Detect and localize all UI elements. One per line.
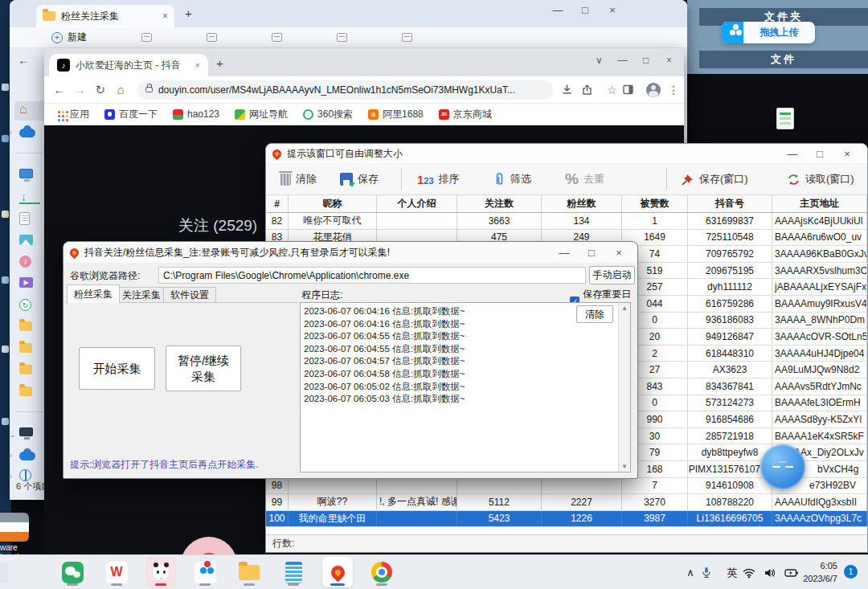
sidebar-item-recycle-bin[interactable]: ↻ xyxy=(19,299,40,315)
save-window-button[interactable]: 保存(窗口) xyxy=(681,163,748,195)
column-header[interactable]: 粉丝数 xyxy=(542,195,622,212)
delete-icon[interactable] xyxy=(402,33,412,42)
tab-fan-collect[interactable]: 粉丝采集 xyxy=(67,284,120,303)
sidebar-item-folder[interactable] xyxy=(19,365,40,381)
chevron-right-icon[interactable]: › xyxy=(10,472,19,481)
tray-chevron-up-icon[interactable]: ∧ xyxy=(680,567,701,579)
load-window-button[interactable]: 读取(窗口) xyxy=(787,163,854,195)
minimize-icon[interactable]: — xyxy=(779,148,806,160)
sidebar-item-pictures[interactable] xyxy=(19,235,40,251)
clear-log-button[interactable]: 清除 xyxy=(576,305,613,323)
close-icon[interactable]: × xyxy=(605,247,633,259)
manual-start-button[interactable]: 手动启动 xyxy=(589,266,635,284)
scroll-down-icon[interactable]: ▼ xyxy=(619,463,630,470)
sidebar-item-folder[interactable] xyxy=(19,321,40,337)
taskbar-wps[interactable] xyxy=(101,557,132,587)
bookmark-baidu[interactable]: 百度一下 xyxy=(104,108,158,121)
sidebar-item-onedrive-2[interactable] xyxy=(19,448,40,464)
column-header[interactable]: 关注数 xyxy=(457,195,542,212)
microphone-icon[interactable] xyxy=(701,567,722,579)
maximize-icon[interactable]: □ xyxy=(806,148,833,160)
taskbar-widget-sliver[interactable] xyxy=(0,562,8,583)
minimize-icon[interactable]: — xyxy=(551,247,578,259)
clear-button[interactable]: 清除 xyxy=(280,163,317,195)
sidebar-item-folder[interactable] xyxy=(19,343,40,359)
tab-follow-collect[interactable]: 关注采集 xyxy=(115,287,168,303)
explorer-tab[interactable]: 粉丝关注采集 × xyxy=(36,5,174,27)
column-header[interactable]: 被赞数 xyxy=(622,195,688,212)
taskbar-file-explorer[interactable] xyxy=(234,557,264,587)
start-collect-button[interactable]: 开始采集 xyxy=(79,347,155,390)
tab-search-icon[interactable]: ∨ xyxy=(588,55,611,66)
reload-icon[interactable]: ↻ xyxy=(90,83,110,97)
table-row[interactable]: 82唯你不可取代36631341631699837AAAAjsKc4BjUUki… xyxy=(266,213,867,230)
sidebar-item-downloads[interactable]: ↓ xyxy=(19,191,40,207)
sidebar-item-documents[interactable] xyxy=(19,212,40,228)
tab-close-icon[interactable]: × xyxy=(195,60,200,70)
bookmark-jd-mall[interactable]: 京东商城 xyxy=(439,108,492,121)
bookmark-star-icon[interactable]: ☆ xyxy=(602,84,622,96)
netdisk-upload-pill[interactable]: 拖拽上传 xyxy=(722,22,815,43)
browser-path-input[interactable]: C:\Program Files\Google\Chrome\Applicati… xyxy=(158,267,586,284)
taskbar-chrome[interactable] xyxy=(366,557,397,587)
taskbar-wechat[interactable] xyxy=(57,557,88,587)
table-row[interactable]: 99啊波??!, 多一点真诚! 感谢511222273270108788220A… xyxy=(266,494,867,511)
user-avatar[interactable] xyxy=(181,537,237,554)
pause-resume-button[interactable]: 暂停/继续采集 xyxy=(166,346,241,391)
log-scrollbar[interactable]: ▲ ▼ xyxy=(618,303,630,472)
floating-assistant-widget[interactable] xyxy=(760,444,805,489)
new-button[interactable]: + 新建 xyxy=(51,31,87,44)
taskbar-panda-app[interactable] xyxy=(145,557,176,587)
close-icon[interactable]: × xyxy=(599,4,626,16)
cut-icon[interactable] xyxy=(141,33,152,42)
ime-indicator[interactable]: 英 xyxy=(722,566,743,580)
tab-settings[interactable]: 软件设置 xyxy=(163,287,216,303)
address-bar[interactable]: douyin.com/user/MS4wLjABAAAAyvN_LMEOnliw… xyxy=(137,80,553,100)
explorer-new-tab-icon[interactable]: + xyxy=(185,6,192,20)
share-icon[interactable] xyxy=(581,84,601,96)
taskbar-notes-app[interactable] xyxy=(278,557,309,587)
column-header[interactable]: 个人介绍 xyxy=(377,195,457,212)
maximize-icon[interactable]: □ xyxy=(578,247,605,259)
minimize-icon[interactable]: — xyxy=(544,4,571,16)
back-icon[interactable]: ← xyxy=(49,83,69,96)
save-button[interactable]: 保存 xyxy=(340,163,379,195)
chrome-new-tab-icon[interactable]: + xyxy=(216,56,223,70)
maximize-icon[interactable]: □ xyxy=(634,55,657,66)
taskbar-flame-app[interactable] xyxy=(322,557,353,587)
tab-close-icon[interactable]: × xyxy=(162,10,168,22)
desktop-file-icon[interactable] xyxy=(776,108,794,129)
sidebar-item-folder[interactable] xyxy=(19,387,40,403)
close-icon[interactable]: × xyxy=(833,148,861,160)
paste-icon[interactable] xyxy=(272,33,282,42)
filter-button[interactable]: 筛选 xyxy=(493,163,531,195)
column-header[interactable]: 昵称 xyxy=(289,195,377,212)
back-icon[interactable]: ← xyxy=(18,53,30,67)
chevron-right-icon[interactable]: › xyxy=(10,452,19,460)
table-row[interactable]: 100我的命里缺个田542312263987Li136166967053AAAA… xyxy=(266,511,867,528)
sidebar-item-videos[interactable]: ▶ xyxy=(19,277,40,293)
sort-button[interactable]: 123 排序 xyxy=(417,163,460,195)
notification-badge[interactable]: 1 xyxy=(844,565,858,579)
side-panel-icon[interactable] xyxy=(622,84,642,96)
taskbar-baidu-netdisk[interactable] xyxy=(190,557,220,587)
forward-icon[interactable]: → xyxy=(69,83,89,96)
close-icon[interactable]: × xyxy=(657,55,681,66)
scroll-up-icon[interactable]: ▲ xyxy=(619,305,630,312)
taskbar-clock[interactable]: 6:05 2023/6/7 xyxy=(800,559,837,585)
chevron-down-icon[interactable]: ⌄ xyxy=(10,431,19,439)
maximize-icon[interactable]: □ xyxy=(571,4,599,16)
column-header[interactable]: 主页地址 xyxy=(772,195,867,212)
sidebar-item-home[interactable]: ⌂ xyxy=(19,103,40,119)
dedupe-button[interactable]: % 去重 xyxy=(565,163,604,195)
chevron-right-icon[interactable]: › xyxy=(10,129,19,137)
download-icon[interactable] xyxy=(561,84,581,96)
column-header[interactable]: # xyxy=(266,195,289,212)
bookmark-360-search[interactable]: 360搜索 xyxy=(303,108,353,121)
column-header[interactable]: 抖音号 xyxy=(688,195,772,212)
netdisk-file-dropzone[interactable]: 文件 xyxy=(699,51,868,68)
sidebar-item-onedrive[interactable] xyxy=(19,125,40,141)
home-icon[interactable]: ⌂ xyxy=(110,83,130,96)
sidebar-item-music[interactable]: ♪ xyxy=(19,256,40,272)
wifi-icon[interactable] xyxy=(743,567,764,579)
